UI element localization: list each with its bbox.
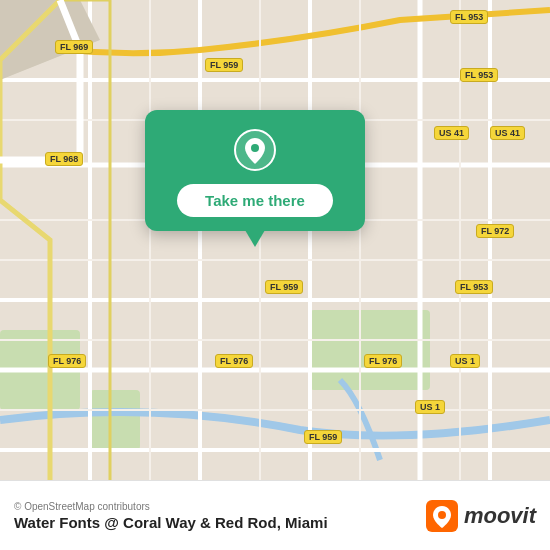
road-label-us41-1: US 41	[434, 126, 469, 140]
road-label-us1-1: US 1	[450, 354, 480, 368]
svg-point-27	[438, 511, 446, 519]
location-name: Water Fonts @ Coral Way & Red Rod, Miami	[14, 514, 328, 531]
road-label-fl976-1: FL 976	[48, 354, 86, 368]
road-label-fl968: FL 968	[45, 152, 83, 166]
road-label-us1-2: US 1	[415, 400, 445, 414]
road-label-fl976-3: FL 976	[364, 354, 402, 368]
popup-card: Take me there	[145, 110, 365, 231]
road-label-fl972: FL 972	[476, 224, 514, 238]
bottom-bar: © OpenStreetMap contributors Water Fonts…	[0, 480, 550, 550]
road-label-fl976-2: FL 976	[215, 354, 253, 368]
road-label-fl953-2: FL 953	[460, 68, 498, 82]
take-me-there-button[interactable]: Take me there	[177, 184, 333, 217]
road-label-fl953-1: FL 953	[450, 10, 488, 24]
moovit-logo: moovit	[426, 500, 536, 532]
map-area: FL 953 FL 969 FL 959 FL 953 FL 968 US 41…	[0, 0, 550, 480]
road-label-fl959-1: FL 959	[205, 58, 243, 72]
svg-rect-4	[90, 390, 140, 450]
map-attribution: © OpenStreetMap contributors	[14, 501, 328, 512]
moovit-brand-icon	[426, 500, 458, 532]
road-label-fl953-3: FL 953	[455, 280, 493, 294]
svg-point-25	[251, 144, 259, 152]
road-label-fl969: FL 969	[55, 40, 93, 54]
road-label-us41-2: US 41	[490, 126, 525, 140]
moovit-brand-text: moovit	[464, 503, 536, 529]
bottom-info: © OpenStreetMap contributors Water Fonts…	[14, 501, 328, 531]
road-label-fl959-3: FL 959	[304, 430, 342, 444]
svg-rect-2	[310, 310, 430, 390]
road-label-fl959-2: FL 959	[265, 280, 303, 294]
location-pin-icon	[233, 128, 277, 172]
